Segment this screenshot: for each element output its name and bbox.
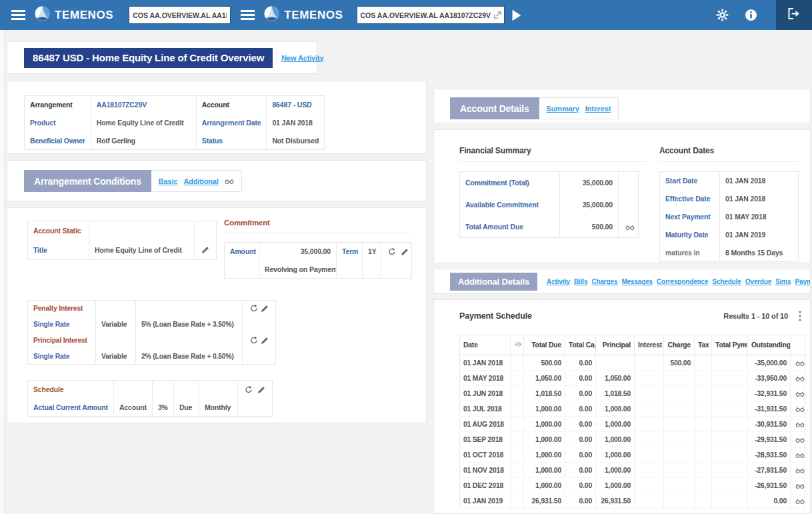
additional-details-link[interactable]: Payment Orders — [795, 278, 810, 285]
date-cell: 01 OCT 2018 — [460, 447, 511, 463]
view-details-icon[interactable] — [795, 498, 805, 505]
view-details-icon[interactable] — [795, 375, 805, 382]
refresh-icon[interactable] — [245, 385, 253, 394]
field-label: Amount — [225, 243, 259, 261]
arrangement-value: Rolf Gerling — [91, 132, 196, 150]
additional-details-link[interactable]: Charges — [591, 278, 617, 285]
cell — [511, 478, 524, 493]
view-details-icon[interactable] — [795, 452, 805, 459]
arrangement-value: Home Equity Line of Credit — [91, 114, 196, 132]
payment-schedule-table: DateTotal DueTotal CapPrincipalInterestC… — [459, 335, 805, 509]
field-label: Commitment (Total) — [460, 172, 560, 194]
arrangement-conditions-link[interactable]: Basic — [159, 177, 178, 185]
column-header: Total Cap — [565, 335, 596, 355]
arrangement-summary-card: ArrangementAA18107ZC29VAccount86487 - US… — [7, 81, 427, 154]
amount-cell — [664, 478, 695, 493]
view-details-icon[interactable] — [625, 224, 635, 231]
amount-cell: 1,000.00 — [524, 401, 565, 417]
amount-cell: -30,931.50 — [748, 417, 791, 432]
view-details-icon[interactable] — [795, 467, 805, 474]
additional-details-link[interactable]: Overdue — [745, 278, 772, 285]
amount-cell: 1,000.00 — [524, 447, 565, 463]
amount-cell — [712, 371, 748, 386]
field-label: Effective Date — [660, 190, 720, 208]
amount-cell: 1,018.50 — [596, 386, 635, 401]
arrangement-value: Not Disbursed — [267, 132, 325, 150]
edit-icon[interactable] — [261, 337, 269, 345]
view-details-icon[interactable] — [795, 437, 805, 443]
field-value: 5% (Loan Base Rate + 3.50%) — [136, 317, 243, 333]
field-value: Monthly — [199, 399, 237, 417]
table-row: Single RateVariable5% (Loan Base Rate + … — [28, 317, 276, 333]
edit-icon[interactable] — [201, 246, 209, 254]
interest-conditions-table: Penalty InterestSingle RateVariable5% (L… — [27, 300, 276, 365]
date-cell: 01 MAY 2018 — [460, 371, 511, 386]
additional-details-link[interactable]: Schedule — [712, 278, 741, 285]
refresh-icon[interactable] — [250, 336, 258, 345]
table-row: 01 AUG 20181,000.000.001,000.00-30,931.5… — [460, 417, 805, 432]
view-details-icon[interactable] — [795, 406, 805, 413]
amount-cell — [664, 401, 695, 417]
actions-cell — [243, 317, 276, 333]
view-details-icon[interactable] — [795, 360, 805, 367]
cell — [511, 386, 524, 401]
additional-details-link[interactable]: Bills — [574, 278, 587, 285]
view-details-icon[interactable] — [795, 421, 805, 428]
account-details-link[interactable]: Interest — [585, 105, 611, 113]
info-icon[interactable] — [745, 9, 757, 21]
page-title: 86487 USD - Home Equity Line of Credit O… — [24, 48, 273, 68]
view-details-icon[interactable] — [795, 391, 805, 397]
actions-cell — [791, 371, 805, 386]
additional-details-link[interactable]: Activity — [547, 278, 570, 285]
run-command-icon[interactable] — [511, 9, 522, 21]
amount-cell: 0.00 — [565, 355, 596, 371]
additional-details-link[interactable]: Correspondence — [657, 278, 708, 285]
sign-out-button[interactable] — [776, 0, 812, 30]
view-details-icon[interactable] — [795, 483, 805, 489]
more-options-icon[interactable] — [799, 311, 801, 321]
column-resize-handle[interactable] — [511, 335, 524, 355]
actions-cell — [791, 386, 805, 401]
cell — [511, 432, 524, 447]
conditions-detail-card: Account Static Title Home Equity Line of… — [7, 207, 427, 423]
arrangement-conditions-link[interactable]: Additional — [183, 177, 218, 185]
new-activity-link[interactable]: New Activity — [281, 54, 323, 62]
edit-icon[interactable] — [261, 305, 269, 313]
amount-cell — [664, 432, 695, 447]
column-resize-icon[interactable] — [514, 341, 523, 349]
refresh-icon[interactable] — [388, 247, 396, 256]
arrangement-value: 86487 - USD — [267, 96, 325, 114]
hamburger-menu-icon[interactable] — [241, 10, 255, 20]
arrangement-value: AA18107ZC29V — [91, 96, 196, 114]
amount-cell — [712, 432, 748, 447]
additional-details-link[interactable]: Sims — [775, 278, 791, 285]
field-value: 35,000.00 — [560, 194, 619, 216]
view-details-icon[interactable] — [225, 178, 234, 185]
amount-cell — [635, 432, 664, 447]
column-header: Charge — [664, 335, 695, 355]
settings-gear-icon[interactable] — [716, 9, 729, 21]
amount-cell: 1,050.00 — [596, 371, 635, 386]
edit-icon[interactable] — [257, 386, 265, 394]
account-details-link[interactable]: Summary — [547, 105, 579, 113]
additional-details-link[interactable]: Messages — [621, 278, 653, 285]
edit-icon[interactable] — [401, 248, 409, 256]
refresh-icon[interactable] — [250, 304, 258, 313]
arrangement-label: Product — [25, 114, 91, 132]
field-label: Single Rate — [28, 349, 96, 365]
date-cell: 01 NOV 2018 — [460, 463, 511, 478]
field-value: 01 JAN 2019 — [720, 226, 799, 244]
amount-cell — [635, 401, 664, 417]
field-label: Title — [28, 241, 89, 260]
account-details-links: SummaryInterest — [539, 97, 619, 119]
amount-cell: -27,931.50 — [748, 463, 791, 478]
field-value: 35,000.00 — [560, 172, 619, 194]
command-input-right[interactable] — [357, 6, 505, 24]
amount-cell: -33,950.00 — [748, 371, 791, 386]
globe-icon — [263, 5, 280, 25]
amount-cell: 1,000.00 — [524, 463, 565, 478]
command-input-left[interactable] — [129, 6, 231, 24]
launch-command-icon[interactable] — [493, 11, 502, 19]
hamburger-menu-icon[interactable] — [11, 10, 25, 20]
field-value: Home Equity Line of Credit — [89, 241, 195, 260]
